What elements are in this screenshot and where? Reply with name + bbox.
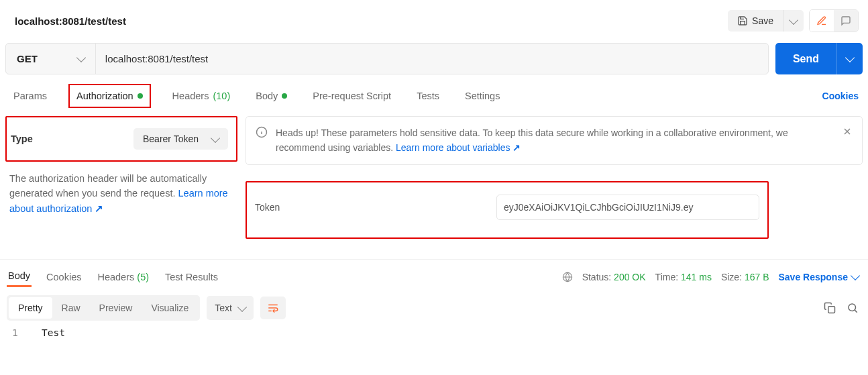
save-response-button[interactable]: Save Response [779, 272, 859, 282]
chevron-down-icon [851, 271, 860, 280]
globe-icon[interactable] [562, 272, 573, 282]
tab-pre-request-script[interactable]: Pre-request Script [309, 88, 395, 104]
chevron-down-icon [211, 133, 220, 142]
status-label: Status: 200 OK [582, 272, 646, 282]
response-body[interactable]: 1 Test [0, 321, 868, 352]
copy-response-button[interactable] [824, 302, 836, 314]
response-tab-headers[interactable]: Headers (5) [96, 268, 150, 286]
banner-message: Heads up! These parameters hold sensitiv… [276, 126, 834, 155]
svg-line-11 [855, 311, 857, 313]
svg-point-10 [849, 304, 856, 311]
chevron-down-icon [789, 15, 798, 24]
tab-headers-label: Headers [172, 91, 209, 101]
pencil-icon [816, 15, 827, 26]
svg-rect-9 [828, 307, 835, 313]
comment-icon [840, 15, 851, 26]
method-value: GET [17, 53, 38, 64]
url-input[interactable] [96, 44, 768, 74]
close-icon [842, 126, 853, 137]
auth-type-label: Type [11, 133, 33, 144]
tab-title: localhost:8081/test/test [15, 15, 126, 27]
response-tab-cookies[interactable]: Cookies [45, 268, 83, 286]
http-method-select[interactable]: GET [6, 44, 96, 74]
status-dot-icon [282, 93, 287, 99]
tab-headers-count: (10) [213, 91, 230, 101]
learn-more-variables-link[interactable]: Learn more about variables [396, 142, 521, 153]
tab-authorization-label: Authorization [76, 91, 133, 101]
cookies-link[interactable]: Cookies [822, 91, 863, 101]
auth-type-value: Bearer Token [143, 133, 199, 144]
edit-button[interactable] [810, 10, 834, 32]
view-mode-visualize[interactable]: Visualize [142, 297, 198, 319]
view-mode-pretty[interactable]: Pretty [9, 297, 52, 319]
auth-type-select[interactable]: Bearer Token [133, 128, 228, 150]
comments-button[interactable] [834, 10, 858, 32]
save-button[interactable]: Save [728, 10, 783, 32]
wrap-lines-button[interactable] [260, 297, 286, 319]
info-icon [256, 126, 268, 138]
tab-params[interactable]: Params [9, 88, 51, 104]
status-dot-icon [138, 93, 143, 99]
tab-headers[interactable]: Headers (10) [168, 88, 235, 104]
search-icon [847, 302, 859, 314]
save-label: Save [752, 15, 773, 26]
save-icon [737, 15, 748, 26]
view-mode-preview[interactable]: Preview [90, 297, 142, 319]
close-banner-button[interactable] [842, 126, 853, 137]
line-number: 1 [12, 327, 18, 338]
wrap-icon [267, 303, 279, 313]
response-tab-body[interactable]: Body [7, 266, 32, 287]
search-response-button[interactable] [847, 302, 859, 314]
response-format-select[interactable]: Text [207, 296, 254, 320]
chevron-down-icon [76, 53, 86, 62]
tab-body-label: Body [256, 91, 278, 101]
save-dropdown[interactable] [783, 10, 804, 32]
tab-authorization[interactable]: Authorization [68, 84, 151, 108]
tab-settings[interactable]: Settings [461, 88, 504, 104]
token-input[interactable] [496, 195, 759, 220]
tab-body[interactable]: Body [252, 88, 291, 104]
response-tab-headers-count: (5) [137, 272, 149, 282]
tab-tests[interactable]: Tests [413, 88, 443, 104]
format-value: Text [215, 303, 232, 313]
copy-icon [824, 302, 836, 314]
chevron-down-icon [237, 303, 247, 312]
time-label: Time: 141 ms [655, 272, 712, 282]
response-tab-test-results[interactable]: Test Results [164, 268, 219, 286]
response-body-line: Test [42, 327, 65, 338]
send-button[interactable]: Send [775, 43, 836, 74]
auth-description: The authorization header will be automat… [5, 162, 237, 216]
response-tab-headers-label: Headers [97, 272, 134, 282]
chevron-down-icon [845, 53, 855, 62]
size-label: Size: 167 B [721, 272, 769, 282]
view-mode-raw[interactable]: Raw [52, 297, 90, 319]
send-dropdown[interactable] [836, 43, 863, 74]
token-label: Token [255, 202, 496, 213]
